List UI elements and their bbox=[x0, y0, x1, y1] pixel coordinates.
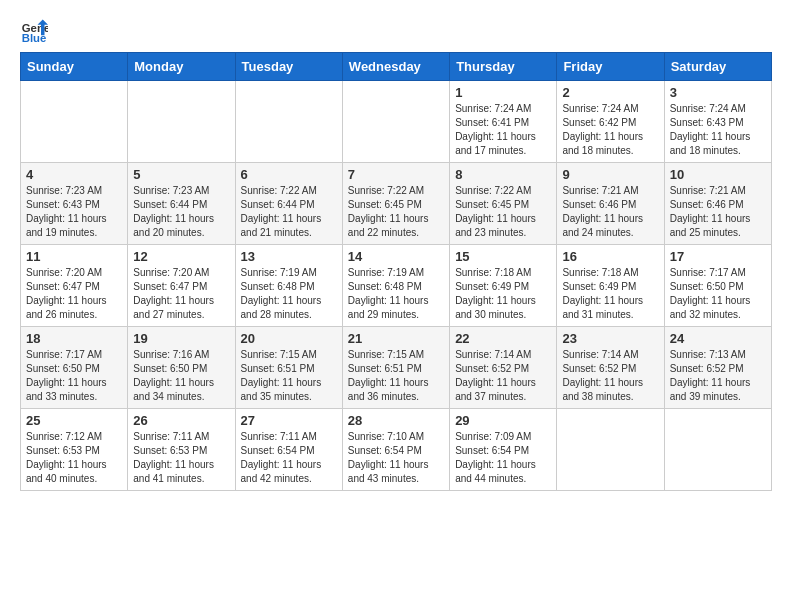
day-number: 27 bbox=[241, 413, 337, 428]
day-info: Sunrise: 7:22 AMSunset: 6:45 PMDaylight:… bbox=[348, 184, 444, 240]
day-number: 3 bbox=[670, 85, 766, 100]
calendar-cell: 17Sunrise: 7:17 AMSunset: 6:50 PMDayligh… bbox=[664, 245, 771, 327]
calendar-cell: 18Sunrise: 7:17 AMSunset: 6:50 PMDayligh… bbox=[21, 327, 128, 409]
day-info: Sunrise: 7:19 AMSunset: 6:48 PMDaylight:… bbox=[241, 266, 337, 322]
col-header-saturday: Saturday bbox=[664, 53, 771, 81]
day-info: Sunrise: 7:24 AMSunset: 6:43 PMDaylight:… bbox=[670, 102, 766, 158]
day-info: Sunrise: 7:11 AMSunset: 6:53 PMDaylight:… bbox=[133, 430, 229, 486]
calendar-cell: 9Sunrise: 7:21 AMSunset: 6:46 PMDaylight… bbox=[557, 163, 664, 245]
col-header-sunday: Sunday bbox=[21, 53, 128, 81]
calendar-cell bbox=[235, 81, 342, 163]
day-info: Sunrise: 7:22 AMSunset: 6:44 PMDaylight:… bbox=[241, 184, 337, 240]
day-info: Sunrise: 7:14 AMSunset: 6:52 PMDaylight:… bbox=[455, 348, 551, 404]
calendar-header-row: SundayMondayTuesdayWednesdayThursdayFrid… bbox=[21, 53, 772, 81]
day-info: Sunrise: 7:18 AMSunset: 6:49 PMDaylight:… bbox=[562, 266, 658, 322]
calendar-cell: 24Sunrise: 7:13 AMSunset: 6:52 PMDayligh… bbox=[664, 327, 771, 409]
day-number: 29 bbox=[455, 413, 551, 428]
calendar-cell bbox=[21, 81, 128, 163]
calendar-cell: 25Sunrise: 7:12 AMSunset: 6:53 PMDayligh… bbox=[21, 409, 128, 491]
day-info: Sunrise: 7:12 AMSunset: 6:53 PMDaylight:… bbox=[26, 430, 122, 486]
day-number: 6 bbox=[241, 167, 337, 182]
day-number: 12 bbox=[133, 249, 229, 264]
calendar-cell: 3Sunrise: 7:24 AMSunset: 6:43 PMDaylight… bbox=[664, 81, 771, 163]
day-number: 7 bbox=[348, 167, 444, 182]
calendar-week-row: 25Sunrise: 7:12 AMSunset: 6:53 PMDayligh… bbox=[21, 409, 772, 491]
calendar-cell: 22Sunrise: 7:14 AMSunset: 6:52 PMDayligh… bbox=[450, 327, 557, 409]
day-number: 16 bbox=[562, 249, 658, 264]
calendar-cell: 4Sunrise: 7:23 AMSunset: 6:43 PMDaylight… bbox=[21, 163, 128, 245]
day-number: 8 bbox=[455, 167, 551, 182]
calendar-cell: 26Sunrise: 7:11 AMSunset: 6:53 PMDayligh… bbox=[128, 409, 235, 491]
day-number: 14 bbox=[348, 249, 444, 264]
day-info: Sunrise: 7:10 AMSunset: 6:54 PMDaylight:… bbox=[348, 430, 444, 486]
day-info: Sunrise: 7:11 AMSunset: 6:54 PMDaylight:… bbox=[241, 430, 337, 486]
calendar-cell bbox=[342, 81, 449, 163]
day-number: 20 bbox=[241, 331, 337, 346]
calendar-cell: 14Sunrise: 7:19 AMSunset: 6:48 PMDayligh… bbox=[342, 245, 449, 327]
day-info: Sunrise: 7:20 AMSunset: 6:47 PMDaylight:… bbox=[133, 266, 229, 322]
day-number: 1 bbox=[455, 85, 551, 100]
day-info: Sunrise: 7:17 AMSunset: 6:50 PMDaylight:… bbox=[26, 348, 122, 404]
day-info: Sunrise: 7:15 AMSunset: 6:51 PMDaylight:… bbox=[348, 348, 444, 404]
calendar-cell: 8Sunrise: 7:22 AMSunset: 6:45 PMDaylight… bbox=[450, 163, 557, 245]
header: General Blue bbox=[20, 16, 772, 44]
day-number: 2 bbox=[562, 85, 658, 100]
day-info: Sunrise: 7:24 AMSunset: 6:41 PMDaylight:… bbox=[455, 102, 551, 158]
day-info: Sunrise: 7:23 AMSunset: 6:43 PMDaylight:… bbox=[26, 184, 122, 240]
day-info: Sunrise: 7:13 AMSunset: 6:52 PMDaylight:… bbox=[670, 348, 766, 404]
day-info: Sunrise: 7:23 AMSunset: 6:44 PMDaylight:… bbox=[133, 184, 229, 240]
calendar-cell: 1Sunrise: 7:24 AMSunset: 6:41 PMDaylight… bbox=[450, 81, 557, 163]
calendar-cell: 28Sunrise: 7:10 AMSunset: 6:54 PMDayligh… bbox=[342, 409, 449, 491]
calendar-cell: 2Sunrise: 7:24 AMSunset: 6:42 PMDaylight… bbox=[557, 81, 664, 163]
day-info: Sunrise: 7:14 AMSunset: 6:52 PMDaylight:… bbox=[562, 348, 658, 404]
day-info: Sunrise: 7:24 AMSunset: 6:42 PMDaylight:… bbox=[562, 102, 658, 158]
col-header-tuesday: Tuesday bbox=[235, 53, 342, 81]
day-number: 21 bbox=[348, 331, 444, 346]
day-info: Sunrise: 7:21 AMSunset: 6:46 PMDaylight:… bbox=[670, 184, 766, 240]
calendar: SundayMondayTuesdayWednesdayThursdayFrid… bbox=[20, 52, 772, 491]
day-number: 28 bbox=[348, 413, 444, 428]
day-number: 10 bbox=[670, 167, 766, 182]
day-info: Sunrise: 7:18 AMSunset: 6:49 PMDaylight:… bbox=[455, 266, 551, 322]
day-number: 25 bbox=[26, 413, 122, 428]
day-info: Sunrise: 7:16 AMSunset: 6:50 PMDaylight:… bbox=[133, 348, 229, 404]
day-info: Sunrise: 7:20 AMSunset: 6:47 PMDaylight:… bbox=[26, 266, 122, 322]
day-info: Sunrise: 7:21 AMSunset: 6:46 PMDaylight:… bbox=[562, 184, 658, 240]
calendar-week-row: 1Sunrise: 7:24 AMSunset: 6:41 PMDaylight… bbox=[21, 81, 772, 163]
day-number: 17 bbox=[670, 249, 766, 264]
calendar-cell: 21Sunrise: 7:15 AMSunset: 6:51 PMDayligh… bbox=[342, 327, 449, 409]
calendar-cell: 15Sunrise: 7:18 AMSunset: 6:49 PMDayligh… bbox=[450, 245, 557, 327]
calendar-cell: 7Sunrise: 7:22 AMSunset: 6:45 PMDaylight… bbox=[342, 163, 449, 245]
calendar-cell: 13Sunrise: 7:19 AMSunset: 6:48 PMDayligh… bbox=[235, 245, 342, 327]
calendar-cell: 6Sunrise: 7:22 AMSunset: 6:44 PMDaylight… bbox=[235, 163, 342, 245]
day-info: Sunrise: 7:17 AMSunset: 6:50 PMDaylight:… bbox=[670, 266, 766, 322]
day-number: 26 bbox=[133, 413, 229, 428]
day-number: 18 bbox=[26, 331, 122, 346]
calendar-cell: 16Sunrise: 7:18 AMSunset: 6:49 PMDayligh… bbox=[557, 245, 664, 327]
day-number: 24 bbox=[670, 331, 766, 346]
day-number: 19 bbox=[133, 331, 229, 346]
day-info: Sunrise: 7:19 AMSunset: 6:48 PMDaylight:… bbox=[348, 266, 444, 322]
day-number: 22 bbox=[455, 331, 551, 346]
logo-icon: General Blue bbox=[20, 16, 48, 44]
calendar-cell bbox=[128, 81, 235, 163]
col-header-monday: Monday bbox=[128, 53, 235, 81]
day-number: 11 bbox=[26, 249, 122, 264]
day-number: 4 bbox=[26, 167, 122, 182]
calendar-week-row: 11Sunrise: 7:20 AMSunset: 6:47 PMDayligh… bbox=[21, 245, 772, 327]
col-header-friday: Friday bbox=[557, 53, 664, 81]
col-header-wednesday: Wednesday bbox=[342, 53, 449, 81]
calendar-cell: 29Sunrise: 7:09 AMSunset: 6:54 PMDayligh… bbox=[450, 409, 557, 491]
calendar-cell: 11Sunrise: 7:20 AMSunset: 6:47 PMDayligh… bbox=[21, 245, 128, 327]
calendar-cell: 27Sunrise: 7:11 AMSunset: 6:54 PMDayligh… bbox=[235, 409, 342, 491]
calendar-week-row: 18Sunrise: 7:17 AMSunset: 6:50 PMDayligh… bbox=[21, 327, 772, 409]
calendar-week-row: 4Sunrise: 7:23 AMSunset: 6:43 PMDaylight… bbox=[21, 163, 772, 245]
day-number: 9 bbox=[562, 167, 658, 182]
day-info: Sunrise: 7:09 AMSunset: 6:54 PMDaylight:… bbox=[455, 430, 551, 486]
day-info: Sunrise: 7:22 AMSunset: 6:45 PMDaylight:… bbox=[455, 184, 551, 240]
day-number: 15 bbox=[455, 249, 551, 264]
logo: General Blue bbox=[20, 16, 48, 44]
calendar-cell: 5Sunrise: 7:23 AMSunset: 6:44 PMDaylight… bbox=[128, 163, 235, 245]
day-number: 5 bbox=[133, 167, 229, 182]
day-info: Sunrise: 7:15 AMSunset: 6:51 PMDaylight:… bbox=[241, 348, 337, 404]
